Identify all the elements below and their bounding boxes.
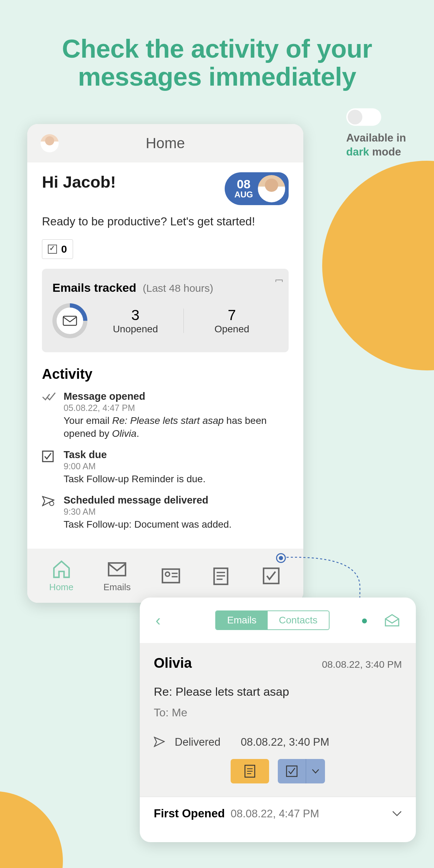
progress-ring xyxy=(52,303,87,338)
app-header: Home xyxy=(27,124,303,162)
check-icon xyxy=(48,245,57,254)
header-title: Home xyxy=(41,135,290,152)
chevron-down-icon xyxy=(312,769,319,774)
svg-rect-17 xyxy=(287,766,297,776)
dark-mode-toggle-area: Available in dark mode xyxy=(346,108,406,159)
date-month: AUG xyxy=(234,190,253,199)
phone-home-screen: Home Hi Jacob! 08 AUG Ready to be produc… xyxy=(27,124,303,603)
envelope-icon xyxy=(107,559,127,579)
task-action-button[interactable] xyxy=(278,759,306,783)
chevron-down-icon xyxy=(392,811,402,816)
checkbox-icon xyxy=(261,566,281,586)
back-button[interactable]: ‹ xyxy=(155,612,161,629)
activity-heading: Activity xyxy=(42,366,289,382)
svg-rect-0 xyxy=(63,316,77,325)
delivered-date: 08.08.22, 3:40 PM xyxy=(241,736,329,748)
phone-email-detail: ‹ Emails Contacts Olivia 08.08.22, 3:40 … xyxy=(140,598,416,842)
nav-notes[interactable] xyxy=(211,566,231,586)
avatar[interactable] xyxy=(41,134,59,152)
mail-open-icon[interactable] xyxy=(384,613,400,627)
sender-date: 08.08.22, 3:40 PM xyxy=(322,659,402,670)
nav-tasks[interactable] xyxy=(261,566,281,586)
double-check-icon xyxy=(42,391,57,441)
activity-item[interactable]: Task due 9:00 AM Task Follow-up Reminder… xyxy=(42,449,289,486)
envelope-icon xyxy=(63,316,77,326)
svg-point-2 xyxy=(50,501,54,506)
checkbox-icon xyxy=(286,765,298,777)
note-icon xyxy=(244,765,255,778)
greeting: Hi Jacob! xyxy=(42,172,116,191)
activity-item[interactable]: Message opened 05.08.22, 4:47 PM Your em… xyxy=(42,391,289,441)
seg-contacts[interactable]: Contacts xyxy=(268,611,329,629)
home-icon xyxy=(51,559,72,579)
nav-contacts[interactable] xyxy=(161,566,181,586)
status-dot xyxy=(362,619,367,623)
headline: Check the activity of your messages imme… xyxy=(0,0,434,91)
nav-emails[interactable]: Emails xyxy=(103,559,131,593)
subgreeting: Ready to be productive? Let's get starte… xyxy=(42,214,289,230)
first-opened-row[interactable]: First Opened 08.08.22, 4:47 PM xyxy=(140,797,416,830)
date-day: 08 xyxy=(234,178,253,190)
delivered-row: Delivered 08.08.22, 3:40 PM xyxy=(154,736,402,748)
unopened-stat[interactable]: 3 Unopened xyxy=(89,307,182,335)
avatar xyxy=(258,175,285,202)
task-icon xyxy=(42,449,57,486)
send-icon xyxy=(154,737,165,748)
toggle-label: Available in dark mode xyxy=(346,131,406,159)
detail-header: ‹ Emails Contacts xyxy=(140,598,416,643)
nav-home[interactable]: Home xyxy=(49,559,73,593)
expand-icon[interactable]: ⌐ ¬ xyxy=(275,275,281,285)
toggle-knob xyxy=(348,110,362,124)
email-subject: Re: Please lets start asap xyxy=(154,685,402,699)
task-counter[interactable]: 0 xyxy=(42,239,73,259)
delivered-label: Delivered xyxy=(175,736,220,748)
activity-item[interactable]: Scheduled message delivered 9:30 AM Task… xyxy=(42,494,289,531)
task-action-button-group xyxy=(278,759,325,783)
send-scheduled-icon xyxy=(42,494,57,531)
note-icon xyxy=(211,566,231,586)
emails-tracked-card: ⌐ ¬ Emails tracked (Last 48 hours) 3 Uno… xyxy=(42,269,289,352)
svg-rect-4 xyxy=(162,569,179,583)
date-pill[interactable]: 08 AUG xyxy=(225,172,289,205)
email-to: To: Me xyxy=(154,706,402,719)
task-dropdown-button[interactable] xyxy=(306,759,325,783)
first-opened-label: First Opened xyxy=(154,807,225,820)
first-opened-date: 08.08.22, 4:47 PM xyxy=(231,808,319,820)
seg-emails[interactable]: Emails xyxy=(216,611,268,629)
svg-point-5 xyxy=(165,572,169,576)
decorative-circle xyxy=(0,791,63,868)
sender-name: Olivia xyxy=(154,655,192,671)
decorative-circle xyxy=(322,161,434,370)
dark-mode-toggle[interactable] xyxy=(346,108,381,126)
opened-stat[interactable]: 7 Opened xyxy=(186,307,278,335)
svg-rect-3 xyxy=(109,563,125,576)
task-count: 0 xyxy=(61,243,67,255)
svg-rect-1 xyxy=(43,451,53,462)
contact-card-icon xyxy=(161,566,181,586)
pulse-indicator xyxy=(276,553,286,563)
tracked-title: Emails tracked xyxy=(52,281,136,294)
tracked-subtitle: (Last 48 hours) xyxy=(143,282,213,294)
segmented-control: Emails Contacts xyxy=(215,610,330,630)
note-action-button[interactable] xyxy=(231,759,269,783)
bottom-nav: Home Emails xyxy=(27,549,303,603)
svg-rect-12 xyxy=(263,568,279,584)
